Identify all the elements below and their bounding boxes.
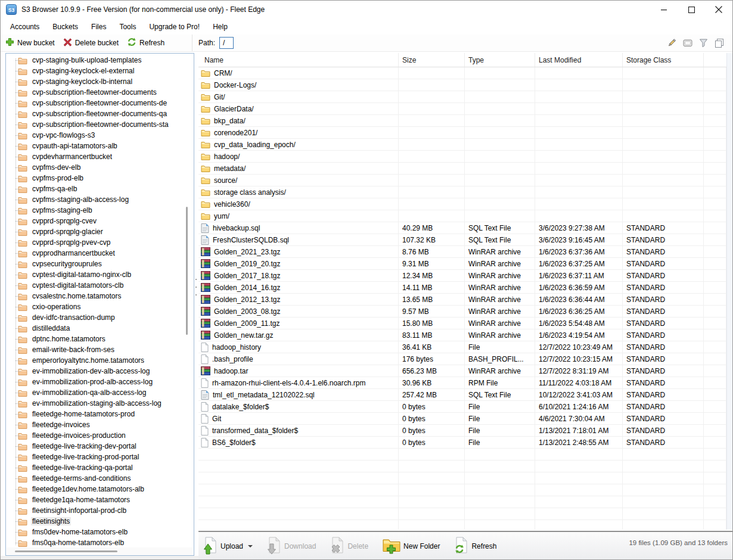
table-vertical-scrollbar[interactable]	[726, 53, 733, 530]
path-input[interactable]	[219, 37, 234, 49]
menu-item-tools[interactable]: Tools	[113, 20, 142, 34]
bucket-tree-item[interactable]: cvpfms-staging-elb	[6, 205, 185, 216]
bucket-tree-item[interactable]: cvp-subscription-fleetowner-documents-de	[6, 98, 185, 108]
bucket-tree-item[interactable]: fms0dev-home-tatamotors-elb	[6, 527, 185, 537]
bucket-tree-item[interactable]: cvsalestnc.home.tatamotors	[6, 291, 185, 301]
column-header-storage-class[interactable]: Storage Class	[623, 53, 704, 67]
menu-item-help[interactable]: Help	[206, 20, 234, 34]
file-row[interactable]: .bash_profile176 bytesBASH_PROFIL...12/7…	[198, 353, 726, 365]
bucket-tree-item[interactable]: cvpfms-prod-elb	[6, 173, 185, 183]
bucket-tree-item[interactable]: cvptest-digital-tatamotors-clb	[6, 280, 185, 291]
bucket-tree-item[interactable]: ev-immobilization-dev-alb-access-log	[6, 366, 185, 377]
file-row[interactable]: FreshClusterSQLDB.sql107.32 KBSQL Text F…	[198, 234, 726, 246]
filter-icon[interactable]	[699, 38, 708, 48]
folder-row[interactable]: source/	[198, 175, 726, 186]
bucket-tree-item[interactable]: cvp-staging-bulk-upload-templates	[6, 55, 185, 66]
bucket-tree-item[interactable]: fleetedge-invoices	[6, 419, 185, 430]
bucket-tree-item[interactable]: fleetedge-live-tracking-qa-portal	[6, 462, 185, 473]
file-row[interactable]: rh-amazon-rhui-client-els-4.0.4-1.el6.no…	[198, 377, 726, 389]
bucket-tree-item[interactable]: cvp-staging-keyclock-el-external	[6, 66, 185, 76]
tree-horizontal-scrollbar[interactable]	[7, 547, 193, 555]
bucket-tree-item[interactable]: ev-immobilization-staging-alb-access-log	[6, 398, 185, 409]
refresh-buckets-button[interactable]: Refresh	[127, 38, 164, 48]
pencil-icon[interactable]	[667, 38, 676, 48]
bucket-tree-item[interactable]: cvpfms-staging-alb-access-log	[6, 194, 185, 205]
menu-item-accounts[interactable]: Accounts	[4, 20, 46, 34]
folder-row[interactable]: corenode201/	[198, 127, 726, 139]
bucket-tree-item[interactable]: fleetedge-home-tatamotors-prod	[6, 409, 185, 419]
bucket-tree-item[interactable]: fleetedge-live-tracking-prod-portal	[6, 452, 185, 462]
tree-horizontal-scrollbar-thumb[interactable]	[15, 550, 117, 552]
bucket-tree-item[interactable]: cvp-vpc-flowlogs-s3	[6, 130, 185, 141]
menu-item-upgrade-to-pro[interactable]: Upgrade to Pro!	[142, 20, 206, 34]
file-row[interactable]: Git0 bytesFile4/6/2021 7:30:04 AMSTANDAR…	[198, 413, 726, 425]
bucket-tree-item[interactable]: fleetinsight-infoportal-prod-clb	[6, 505, 185, 516]
bucket-tree-item[interactable]: fleetinsights	[6, 516, 185, 527]
folder-row[interactable]: vehicle360/	[198, 198, 726, 210]
file-row[interactable]: Golden_2009_11.tgz15.80 MBWinRAR archive…	[198, 318, 726, 329]
bucket-tree-item[interactable]: emperorloyaltytnc.home.tatamotors	[6, 355, 185, 366]
file-row[interactable]: Golden_2021_23.tgz8.76 MBWinRAR archive1…	[198, 246, 726, 258]
bucket-tree-item[interactable]: cvpprodharmancertbucket	[6, 248, 185, 259]
tree-vertical-scrollbar-thumb[interactable]	[186, 207, 188, 335]
file-row[interactable]: Golden_new.tar.gz83.11 MBWinRAR archive1…	[198, 329, 726, 341]
file-row[interactable]: hadoop_history36.41 KBFile12/7/2022 10:2…	[198, 341, 726, 353]
bucket-tree-item[interactable]: cxio-operations	[6, 301, 185, 312]
close-button[interactable]	[705, 1, 732, 18]
file-row[interactable]: Golden_2003_08.tgz9.57 MBWinRAR archive1…	[198, 306, 726, 318]
download-button[interactable]: Download	[267, 537, 316, 556]
folder-row[interactable]: yum/	[198, 210, 726, 222]
new-bucket-button[interactable]: New bucket	[5, 38, 55, 48]
delete-button[interactable]: Delete	[330, 537, 368, 556]
column-header-type[interactable]: Type	[465, 53, 535, 67]
file-row[interactable]: Golden_2017_18.tgz12.34 MBWinRAR archive…	[198, 270, 726, 282]
bucket-tree-item[interactable]: fleetedge-terms-and-conditions	[6, 473, 185, 484]
bucket-tree-item[interactable]: cvpfms-dev-elb	[6, 162, 185, 173]
bucket-tree-item[interactable]: fleetedge-invoices-production	[6, 430, 185, 441]
menu-item-buckets[interactable]: Buckets	[46, 20, 85, 34]
bucket-tree-item[interactable]: email-write-back-from-ses	[6, 344, 185, 355]
menu-item-files[interactable]: Files	[85, 20, 113, 34]
copy-icon[interactable]	[715, 38, 724, 48]
folder-row[interactable]: CRM/	[198, 67, 726, 79]
file-row[interactable]: transformed_data_$folder$0 bytesFile1/13…	[198, 425, 726, 437]
folder-row[interactable]: metadata/	[198, 163, 726, 175]
delete-bucket-button[interactable]: Delete bucket	[63, 38, 119, 48]
maximize-button[interactable]	[678, 1, 705, 18]
button-icon[interactable]	[683, 38, 692, 48]
upload-button[interactable]: Upload	[203, 537, 253, 556]
bucket-tree-item[interactable]: fleetedge1dev.home.tatamotors-alb	[6, 484, 185, 494]
bucket-tree-item[interactable]: cvp-subscription-fleetowner-documents	[6, 87, 185, 98]
column-header-name[interactable]: Name	[198, 53, 399, 67]
minimize-button[interactable]	[650, 1, 678, 18]
file-row[interactable]: Golden_2019_20.tgz9.31 MBWinRAR archive1…	[198, 258, 726, 270]
column-header-size[interactable]: Size	[399, 53, 465, 67]
folder-row[interactable]: storage class analysis/	[198, 186, 726, 198]
file-row[interactable]: hadoop.tar656.23 MBWinRAR archive12/7/20…	[198, 365, 726, 377]
folder-row[interactable]: hadoop/	[198, 151, 726, 163]
bucket-tree-item[interactable]: distilleddata	[6, 323, 185, 334]
new-folder-button[interactable]: New Folder	[383, 537, 440, 556]
bucket-tree-item[interactable]: dptnc.home.tatamotors	[6, 334, 185, 344]
panel-splitter[interactable]	[195, 279, 197, 302]
bucket-tree-item[interactable]: dev-idfc-transaction-dump	[6, 312, 185, 323]
folder-row[interactable]: bkp_data/	[198, 115, 726, 127]
folder-row[interactable]: Docker-Logs/	[198, 79, 726, 91]
file-row[interactable]: tml_etl_metadata_12102022.sql257.42 MBSQ…	[198, 389, 726, 401]
folder-row[interactable]: cvp_data_loading_epoch/	[198, 139, 726, 151]
file-row[interactable]: Golden_2014_16.tgz14.11 MBWinRAR archive…	[198, 282, 726, 294]
file-row[interactable]: hivebackup.sql40.29 MBSQL Text File3/6/2…	[198, 222, 726, 234]
folder-row[interactable]: Git/	[198, 91, 726, 103]
folder-row[interactable]: GlacierData/	[198, 103, 726, 115]
bucket-tree-item[interactable]: cvpprd-sprqplg-cvev	[6, 216, 185, 226]
file-row[interactable]: BS6_$folder$0 bytesFile1/13/2021 2:48:55…	[198, 437, 726, 449]
bucket-tree-item[interactable]: cvp-subscription-fleetowner-documents-st…	[6, 119, 185, 130]
bucket-tree-item[interactable]: fms0qa-home-tatamotors-elb	[6, 537, 185, 548]
bucket-tree-item[interactable]: ev-immobilization-prod-alb-access-log	[6, 377, 185, 387]
bucket-tree-item[interactable]: cvptest-digital-tatamo-nginx-clb	[6, 269, 185, 280]
bucket-tree-item[interactable]: cvp-subscription-fleetowner-documents-qa	[6, 108, 185, 119]
refresh-button[interactable]: Refresh	[454, 537, 496, 556]
bucket-tree-item[interactable]: fleetedge1qa-home-tatamotors	[6, 494, 185, 505]
bucket-tree-item[interactable]: cvpfms-qa-elb	[6, 183, 185, 194]
file-row[interactable]: datalake_$folder$0 bytesFile6/10/2021 1:…	[198, 401, 726, 413]
